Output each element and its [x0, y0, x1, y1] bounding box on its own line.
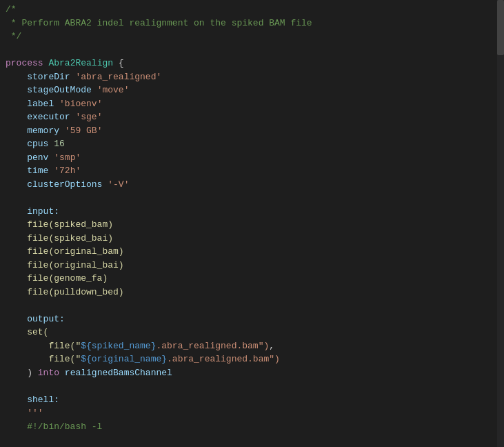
code-line	[0, 379, 504, 393]
token: '59 GB'	[65, 126, 103, 136]
token: */	[6, 31, 21, 41]
code-line: label 'bioenv'	[0, 97, 504, 111]
token: /*	[6, 4, 17, 14]
token: set(	[6, 327, 48, 337]
code-line: set(	[0, 326, 504, 339]
token: storeDir	[6, 72, 70, 82]
token: file(original_bam)	[6, 246, 124, 257]
code-line: file("${spiked_name}.abra_realigned.bam"…	[0, 339, 504, 353]
code-line: file(spiked_bam)	[0, 218, 504, 232]
token: * Perform ABRA2 indel realignment on the…	[6, 18, 312, 28]
token: into	[38, 368, 59, 378]
token: .abra_realigned.bam")	[167, 354, 280, 364]
token: file(genome_fa)	[6, 273, 108, 284]
token: process	[6, 58, 43, 68]
code-line: file(pulldown_bed)	[0, 286, 504, 299]
token: '''	[6, 408, 43, 418]
token: 16	[54, 139, 65, 149]
code-line: file(original_bai)	[0, 259, 504, 272]
token: 'sge'	[75, 112, 102, 122]
code-line: executor 'sge'	[0, 110, 504, 124]
code-line: time '72h'	[0, 164, 504, 178]
token: Abra2Realign	[48, 58, 113, 68]
token: ${original_name}	[81, 354, 167, 364]
token: file(spiked_bam)	[6, 219, 113, 230]
token: output:	[6, 314, 65, 324]
token: 'smp'	[54, 152, 81, 163]
code-editor: /* * Perform ABRA2 indel realignment on …	[0, 0, 504, 447]
token: file(spiked_bai)	[6, 233, 113, 244]
token: shell:	[6, 395, 59, 405]
token: {	[113, 58, 124, 68]
token: penv	[6, 152, 48, 163]
token: 'bioenv'	[59, 99, 102, 109]
code-line: file(spiked_bai)	[0, 232, 504, 246]
code-line: file("${original_name}.abra_realigned.ba…	[0, 352, 504, 366]
token: '72h'	[54, 166, 81, 176]
token: #!/bin/bash -l	[6, 421, 102, 432]
token	[59, 126, 65, 136]
code-line: clusterOptions '-V'	[0, 178, 504, 192]
code-line: file(original_bam)	[0, 245, 504, 259]
token: '-V'	[108, 179, 129, 190]
token: file("	[6, 341, 81, 351]
token: memory	[6, 126, 59, 136]
token	[54, 99, 59, 109]
code-line: file(genome_fa)	[0, 272, 504, 286]
code-line: penv 'smp'	[0, 151, 504, 165]
token: input:	[6, 206, 59, 217]
code-line: * Perform ABRA2 indel realignment on the…	[0, 17, 504, 30]
token: executor	[6, 112, 70, 122]
code-line	[0, 433, 504, 447]
code-line	[0, 299, 504, 312]
token: 'abra_realigned'	[75, 72, 161, 82]
scrollbar-thumb[interactable]	[497, 0, 504, 55]
code-line	[0, 43, 504, 57]
code-line: ) into realignedBamsChannel	[0, 366, 504, 380]
token: label	[6, 99, 54, 109]
code-line: input:	[0, 205, 504, 219]
token: 'move'	[97, 85, 130, 95]
code-line: memory '59 GB'	[0, 124, 504, 138]
token: cpus	[6, 139, 48, 149]
token: file(original_bai)	[6, 260, 124, 270]
code-line: output:	[0, 312, 504, 326]
code-line: storeDir 'abra_realigned'	[0, 70, 504, 84]
token: ,	[269, 341, 274, 351]
token: time	[6, 166, 48, 176]
code-line: '''	[0, 406, 504, 420]
token	[92, 85, 97, 95]
code-line	[0, 191, 504, 205]
token: )	[6, 368, 38, 378]
code-line: shell:	[0, 393, 504, 407]
code-line: process Abra2Realign {	[0, 57, 504, 70]
code-content: /* * Perform ABRA2 indel realignment on …	[0, 0, 504, 447]
token: realignedBamsChannel	[59, 368, 172, 378]
token: file("	[6, 354, 81, 364]
code-line: #!/bin/bash -l	[0, 420, 504, 434]
token: file(pulldown_bed)	[6, 287, 124, 297]
code-line: cpus 16	[0, 137, 504, 151]
code-line: */	[0, 30, 504, 43]
scrollbar-track[interactable]	[497, 0, 504, 447]
token: clusterOptions	[6, 179, 102, 190]
token: ${spiked_name}	[81, 341, 156, 351]
token: stageOutMode	[6, 85, 92, 95]
token: .abra_realigned.bam")	[156, 341, 269, 351]
code-line: stageOutMode 'move'	[0, 83, 504, 97]
code-line: /*	[0, 3, 504, 17]
